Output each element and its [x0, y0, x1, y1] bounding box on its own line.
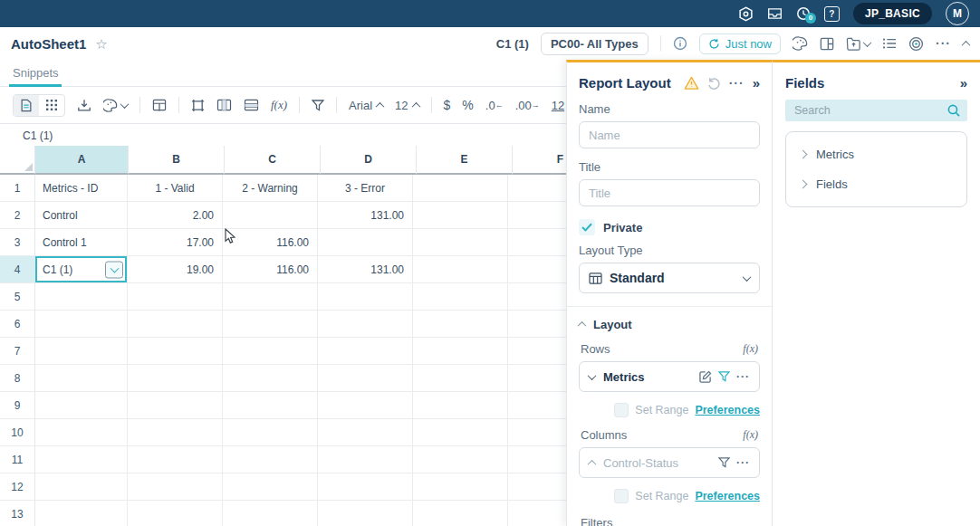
private-checkbox[interactable] — [579, 219, 595, 235]
name-field[interactable] — [579, 121, 760, 148]
cell-E11[interactable] — [413, 446, 508, 473]
row-header-12[interactable]: 12 — [0, 473, 35, 501]
row-header-3[interactable]: 3 — [0, 229, 35, 256]
cell-E2[interactable] — [413, 202, 508, 229]
row-header-7[interactable]: 7 — [0, 338, 35, 365]
fields-tree-item-fields[interactable]: Fields — [786, 169, 966, 199]
cell-E6[interactable] — [413, 311, 508, 338]
cell-D6[interactable] — [318, 311, 413, 338]
row-header-1[interactable]: 1 — [0, 175, 35, 202]
cell-name-button[interactable]: C1 (1) — [496, 37, 529, 51]
columns-preferences-link[interactable]: Preferences — [695, 490, 760, 502]
layout-panels-icon[interactable] — [820, 37, 834, 51]
filter-funnel-icon[interactable] — [718, 457, 730, 468]
collapse-fields-panel-icon[interactable]: » — [960, 76, 967, 90]
number-format-button[interactable]: 12 — [552, 99, 564, 112]
cell-B1[interactable]: 1 - Valid — [128, 175, 223, 202]
cell-A13[interactable] — [35, 501, 128, 526]
settings-icon[interactable] — [738, 6, 754, 22]
search-input[interactable] — [793, 103, 942, 118]
columns-more-button[interactable]: ··· — [736, 456, 750, 469]
cell-C10[interactable] — [223, 419, 318, 446]
cell-A3[interactable]: Control 1 — [35, 229, 128, 256]
cell-D13[interactable] — [318, 501, 413, 526]
cell-E1[interactable] — [413, 175, 508, 202]
cell-C9[interactable] — [223, 392, 318, 419]
inbox-icon[interactable] — [767, 6, 783, 21]
cell-A1[interactable]: Metrics - ID — [35, 175, 128, 202]
favorite-star-icon[interactable]: ☆ — [95, 37, 107, 51]
cell-B2[interactable]: 2.00 — [128, 202, 223, 229]
cell-D4[interactable]: 131.00 — [318, 256, 413, 283]
cell-A8[interactable] — [35, 365, 128, 392]
row-header-4[interactable]: 4 — [0, 256, 35, 283]
rows-set-range-checkbox[interactable] — [614, 403, 629, 417]
row-header-13[interactable]: 13 — [0, 501, 35, 526]
cell-C5[interactable] — [223, 283, 318, 311]
cell-dropdown-button[interactable] — [105, 261, 123, 278]
rows-field-metrics[interactable]: Metrics ··· — [579, 361, 760, 392]
cell-B7[interactable] — [128, 338, 223, 365]
search-icon[interactable] — [947, 104, 960, 117]
layout-section-toggle[interactable]: Layout — [579, 318, 760, 331]
frame-borders-icon[interactable] — [191, 99, 205, 112]
cell-C11[interactable] — [223, 446, 318, 473]
tab-snippets[interactable]: Snippets — [13, 66, 59, 80]
info-icon[interactable] — [673, 36, 687, 51]
target-icon[interactable] — [908, 36, 924, 52]
cell-C13[interactable] — [223, 501, 318, 526]
warning-icon[interactable] — [684, 76, 699, 90]
columns-icon[interactable] — [216, 99, 232, 111]
font-size-select[interactable]: 12 — [395, 99, 418, 112]
export-icon[interactable] — [846, 37, 870, 51]
row-header-10[interactable]: 10 — [0, 419, 35, 446]
cell-A11[interactable] — [35, 446, 128, 473]
currency-format-button[interactable]: $ — [444, 98, 451, 112]
collapse-panel-icon[interactable]: » — [753, 76, 760, 90]
cell-B8[interactable] — [128, 365, 223, 392]
panel-more-button[interactable]: ··· — [729, 76, 745, 91]
cell-B6[interactable] — [128, 311, 223, 338]
row-header-6[interactable]: 6 — [0, 311, 35, 338]
avatar[interactable]: M — [946, 2, 969, 25]
function-button[interactable]: f(x) — [271, 98, 287, 112]
font-family-select[interactable]: Arial — [349, 99, 383, 112]
cell-A6[interactable] — [35, 311, 128, 338]
rows-more-button[interactable]: ··· — [736, 370, 750, 383]
cell-B5[interactable] — [128, 283, 223, 311]
cell-B9[interactable] — [128, 392, 223, 419]
cell-A7[interactable] — [35, 338, 128, 365]
cell-D3[interactable] — [318, 229, 413, 256]
more-options-button[interactable]: ··· — [936, 36, 951, 51]
column-header-D[interactable]: D — [321, 146, 417, 175]
filter-funnel-icon[interactable] — [718, 371, 730, 382]
grid-view-button[interactable] — [39, 95, 64, 116]
palette-icon[interactable] — [793, 36, 808, 51]
row-header-11[interactable]: 11 — [0, 446, 35, 473]
table-icon[interactable] — [152, 99, 167, 111]
cell-D10[interactable] — [318, 419, 413, 446]
cell-D7[interactable] — [318, 338, 413, 365]
rows-icon[interactable] — [244, 99, 259, 111]
cell-B3[interactable]: 17.00 — [128, 229, 223, 256]
cell-E4[interactable] — [413, 256, 508, 283]
cell-A10[interactable] — [35, 419, 128, 446]
cell-B13[interactable] — [128, 501, 223, 526]
cell-reference[interactable]: C1 (1) — [23, 129, 53, 142]
cell-D9[interactable] — [318, 392, 413, 419]
cell-A4[interactable]: C1 (1) — [35, 256, 128, 283]
sync-status-button[interactable]: Just now — [699, 33, 781, 54]
columns-function-button[interactable]: f(x) — [743, 428, 758, 442]
fields-tree-item-metrics[interactable]: Metrics — [786, 139, 966, 169]
account-button[interactable]: JP_BASIC — [853, 3, 932, 24]
row-header-2[interactable]: 2 — [0, 202, 35, 229]
row-header-8[interactable]: 8 — [0, 365, 35, 392]
cell-A2[interactable]: Control — [35, 202, 128, 229]
cell-E7[interactable] — [413, 338, 508, 365]
cell-D11[interactable] — [318, 446, 413, 473]
cell-A12[interactable] — [35, 473, 128, 501]
row-header-9[interactable]: 9 — [0, 392, 35, 419]
cell-B4[interactable]: 19.00 — [128, 256, 223, 283]
decrease-decimal-button[interactable]: .0← — [485, 99, 504, 112]
cell-B12[interactable] — [128, 473, 223, 501]
